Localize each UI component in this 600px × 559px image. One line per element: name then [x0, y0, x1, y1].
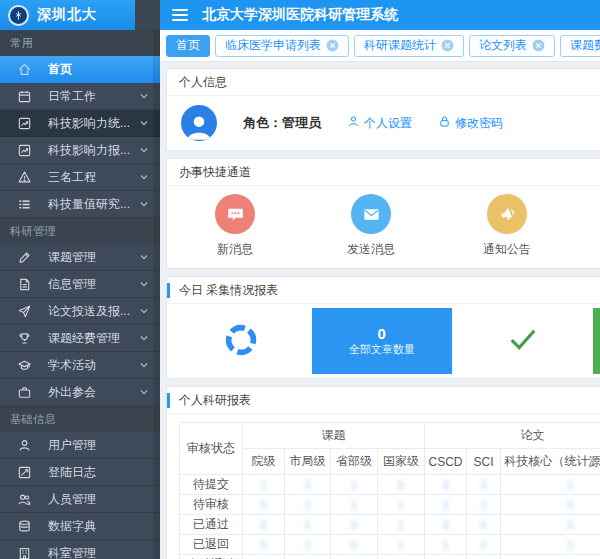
research-report-card: 个人科研报表 审核状态课题论文院级市局级省部级国家级CSCDSCI科技核心（统计… — [166, 386, 600, 559]
table-row-label: 已通过 — [180, 515, 243, 535]
sidebar-item[interactable]: 三名工程 — [0, 164, 160, 191]
users-icon — [16, 491, 32, 507]
table-cell: 2 — [425, 495, 467, 515]
checkmark-icon — [508, 327, 538, 355]
sidebar-item[interactable]: 登陆日志 — [0, 459, 160, 486]
table-cell: 0 — [331, 535, 378, 555]
tab-label: 临床医学申请列表 — [225, 37, 321, 54]
table-row-label: 待提交 — [180, 475, 243, 495]
close-icon — [441, 39, 454, 52]
sidebar-section-label: 科研管理 — [0, 218, 160, 244]
chevron-down-icon — [138, 172, 150, 182]
personal-settings-link[interactable]: 个人设置 — [347, 115, 412, 132]
sidebar-item-label: 科室管理 — [48, 545, 150, 559]
tab-label: 论文列表 — [479, 37, 527, 54]
table-cell: 1 — [243, 555, 285, 559]
quick-channel-item[interactable]: 发送消息 — [303, 194, 439, 258]
table-cell: 1 — [501, 475, 600, 495]
table-cell: 3 — [425, 475, 467, 495]
content-area: 个人信息 角色：管理员 个人设置 修改密码 办事快捷通道 — [160, 62, 600, 559]
sidebar-item[interactable]: 课题管理 — [0, 244, 160, 271]
table-row: 已通过2101352 — [180, 515, 600, 535]
chevron-down-icon — [138, 333, 150, 343]
personal-info-title: 个人信息 — [167, 69, 600, 96]
sidebar-item[interactable]: 信息管理 — [0, 271, 160, 298]
table-row-label: 自动通过 — [180, 555, 243, 559]
avatar[interactable] — [181, 105, 217, 141]
sidebar-item[interactable]: 论文投送及报... — [0, 298, 160, 325]
quick-channel-label: 新消息 — [217, 241, 253, 258]
table-column-header: SCI — [467, 449, 501, 475]
sidebar-item-label: 科技量值研究... — [48, 196, 138, 213]
table-cell: 1 — [285, 515, 331, 535]
blurred-value: 1 — [397, 539, 405, 551]
tab-label: 科研课题统计 — [364, 37, 436, 54]
blurred-value: 2 — [567, 519, 575, 531]
blurred-value: 1 — [304, 519, 312, 531]
blurred-value: 1 — [567, 479, 575, 491]
tab-item[interactable]: 临床医学申请列表 — [215, 35, 349, 57]
quick-channel-label: 通知公告 — [483, 241, 531, 258]
sidebar-item[interactable]: 首页 — [0, 56, 160, 83]
stat-cell-total-articles[interactable]: 0 全部文章数量 — [312, 308, 453, 374]
quick-channel-item[interactable]: 新消息 — [167, 194, 303, 258]
stat-cell-success[interactable] — [452, 308, 593, 374]
chevron-down-icon — [138, 145, 150, 155]
sidebar-item-label: 登陆日志 — [48, 464, 150, 481]
blurred-value: 5 — [480, 519, 488, 531]
table-cell: 2 — [425, 555, 467, 559]
tab-item[interactable]: 论文列表 — [469, 35, 555, 57]
sidebar-item[interactable]: 人员管理 — [0, 486, 160, 513]
table-cell: 4 — [467, 555, 501, 559]
blurred-value: 1 — [304, 539, 312, 551]
change-password-link[interactable]: 修改密码 — [438, 115, 503, 132]
blurred-value: 1 — [350, 479, 358, 491]
quick-channel-item[interactable]: 通知公告 — [439, 194, 575, 258]
sidebar-item[interactable]: 日常工作 — [0, 83, 160, 110]
blurred-value: 2 — [480, 539, 488, 551]
sidebar-item[interactable]: 课题经费管理 — [0, 325, 160, 352]
table-cell: 2 — [467, 535, 501, 555]
blurred-value: 1 — [304, 499, 312, 511]
sidebar-item[interactable]: 科技影响力报... — [0, 137, 160, 164]
logo-text: 深圳北大 — [37, 6, 97, 24]
blurred-value: 2 — [260, 519, 268, 531]
sidebar-item[interactable]: 科技量值研究... — [0, 191, 160, 218]
table-column-header: 市局级 — [285, 449, 331, 475]
stat-cell-loading[interactable] — [171, 308, 312, 374]
chart-box-icon — [16, 115, 32, 131]
sidebar-item[interactable]: 外出参会 — [0, 379, 160, 406]
trophy-icon — [16, 330, 32, 346]
table-row-label: 待审核 — [180, 495, 243, 515]
sidebar: 常用首页日常工作科技影响力统...科技影响力报...三名工程科技量值研究...科… — [0, 30, 160, 559]
table-cell: 1 — [331, 475, 378, 495]
logo-area[interactable]: 深圳北大 — [0, 0, 135, 30]
stat-cell-green[interactable] — [593, 308, 600, 374]
table-cell: 0 — [378, 475, 425, 495]
table-cell: 3 — [425, 515, 467, 535]
tab-item[interactable]: 课题费用报表 — [560, 35, 600, 57]
sidebar-item[interactable]: 学术活动 — [0, 352, 160, 379]
tab-home[interactable]: 首页 — [166, 35, 210, 57]
chevron-down-icon — [138, 279, 150, 289]
quick-channel-label: 发送消息 — [347, 241, 395, 258]
sidebar-top-gap — [135, 0, 160, 30]
table-row: 已退回0101121 — [180, 535, 600, 555]
research-report-title: 个人科研报表 — [167, 387, 600, 414]
table-cell: 2 — [285, 475, 331, 495]
sidebar-item-label: 课题经费管理 — [48, 330, 138, 347]
table-cell: 5 — [467, 515, 501, 535]
sidebar-item[interactable]: 数据字典 — [0, 513, 160, 540]
sidebar-item[interactable]: 科室管理 — [0, 540, 160, 559]
hamburger-menu-icon[interactable] — [172, 9, 188, 21]
table-cell: 1 — [378, 555, 425, 559]
sidebar-section-label: 基础信息 — [0, 406, 160, 432]
sidebar-item[interactable]: 科技影响力统... — [0, 110, 160, 137]
sidebar-item[interactable]: 用户管理 — [0, 432, 160, 459]
document-icon — [16, 276, 32, 292]
graduation-icon — [16, 357, 32, 373]
sidebar-item-label: 科技影响力报... — [48, 142, 138, 159]
sidebar-item-label: 三名工程 — [48, 169, 138, 186]
tab-item[interactable]: 科研课题统计 — [354, 35, 464, 57]
chart-box-icon — [16, 142, 32, 158]
